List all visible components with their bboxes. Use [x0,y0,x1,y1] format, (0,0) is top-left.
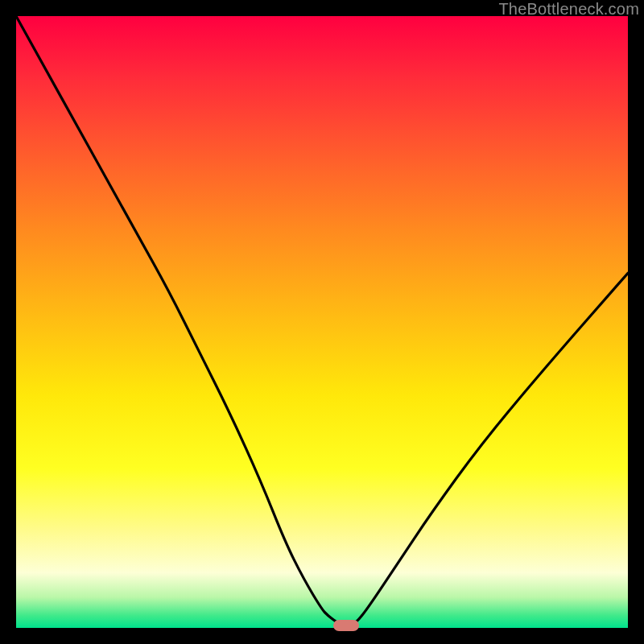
curve-layer [16,16,628,628]
chart-stage: TheBottleneck.com [0,0,644,644]
bottleneck-curve [16,16,628,625]
plot-area [16,16,628,628]
minimum-marker [333,620,359,631]
